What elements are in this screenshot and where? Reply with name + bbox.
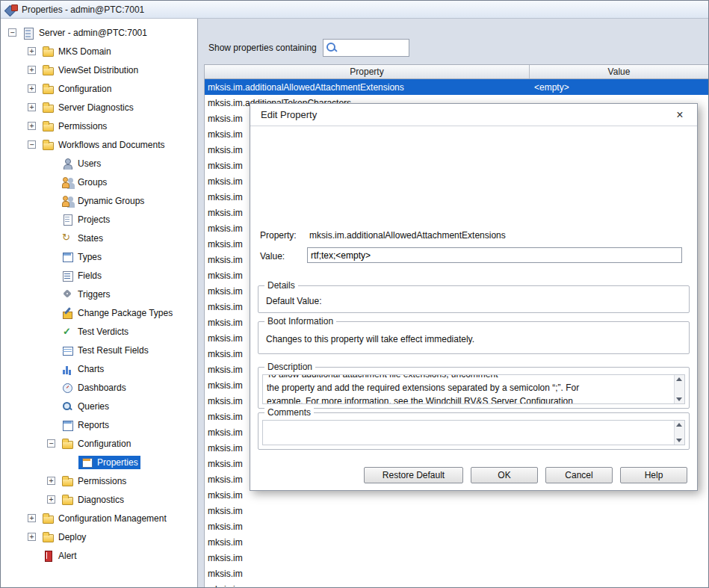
default-value-label: Default Value: xyxy=(266,296,322,306)
expander-plus-icon[interactable]: + xyxy=(28,533,36,541)
expander-plus-icon[interactable]: + xyxy=(28,103,36,111)
cancel-button[interactable]: Cancel xyxy=(545,467,613,483)
expander-plus-icon[interactable]: + xyxy=(47,495,55,504)
filter-label: Show properties containing xyxy=(208,43,317,53)
expander-plus-icon[interactable]: + xyxy=(28,47,36,55)
table-row[interactable]: mksis.im xyxy=(205,550,708,566)
property-cell: mksis.im.additionalAllowedAttachmentExte… xyxy=(205,82,530,93)
tree-item-configuration-management[interactable]: +Configuration Management xyxy=(1,509,197,527)
table-header: Property Value xyxy=(205,64,708,79)
tree-item-triggers[interactable]: Triggers xyxy=(1,285,197,303)
tree-item-dashboards[interactable]: Dashboards xyxy=(1,378,197,397)
scroll-down-icon[interactable] xyxy=(676,439,682,442)
expander-plus-icon[interactable]: + xyxy=(47,477,55,485)
tree-item-label: Types xyxy=(78,252,102,262)
expander-plus-icon[interactable]: + xyxy=(28,66,36,74)
tree-item-properties[interactable]: Properties xyxy=(1,453,197,471)
restore-default-button[interactable]: Restore Default xyxy=(364,467,463,483)
scroll-up-icon[interactable] xyxy=(676,377,682,381)
column-header-value[interactable]: Value xyxy=(530,65,708,78)
tree-item-alert[interactable]: Alert xyxy=(1,546,197,565)
tree-item-mks-domain[interactable]: +MKS Domain xyxy=(1,42,197,61)
tree-item-permissions[interactable]: +Permissions xyxy=(1,117,197,135)
tree-item-charts[interactable]: Charts xyxy=(1,359,197,378)
tree-node: Test Verdicts xyxy=(59,325,131,338)
description-line: To allow additional attachment file exte… xyxy=(267,374,671,381)
tree-item-users[interactable]: Users xyxy=(1,154,197,173)
comments-scrollbar[interactable] xyxy=(674,421,684,445)
tree-item-server-diagnostics[interactable]: +Server Diagnostics xyxy=(1,98,197,117)
property-cell: mksis.im xyxy=(205,569,530,579)
table-row[interactable]: mksis.im xyxy=(205,519,708,534)
tree-item-configuration[interactable]: +Configuration xyxy=(1,79,197,98)
table-row[interactable]: mksis.im xyxy=(205,534,708,550)
tree-item-fields[interactable]: Fields xyxy=(1,266,197,285)
details-legend: Details xyxy=(264,280,298,291)
column-header-property[interactable]: Property xyxy=(205,65,530,78)
tree-item-queries[interactable]: Queries xyxy=(1,397,197,415)
tree-item-change-package-types[interactable]: Change Package Types xyxy=(1,303,197,322)
description-scrollbar[interactable] xyxy=(674,375,684,403)
tree-item-states[interactable]: States xyxy=(1,229,197,247)
tree-item-label: Change Package Types xyxy=(78,308,173,318)
tree-item-permissions[interactable]: +Permissions xyxy=(1,471,197,490)
folder-icon xyxy=(42,64,55,76)
tree-item-types[interactable]: Types xyxy=(1,247,197,266)
tree-item-label: MKS Domain xyxy=(58,46,111,57)
window-title: Properties - admin@PTC:7001 xyxy=(22,4,144,15)
expander-plus-icon[interactable]: + xyxy=(28,122,36,130)
description-textarea[interactable]: To allow additional attachment file exte… xyxy=(262,374,685,404)
tree-item-label: Deploy xyxy=(58,532,86,542)
tree-node: Diagnostics xyxy=(59,493,126,507)
scroll-up-icon[interactable] xyxy=(676,423,682,427)
tree-item-label: Groups xyxy=(78,177,107,188)
comments-textarea[interactable] xyxy=(262,420,685,445)
ok-button[interactable]: OK xyxy=(471,467,538,483)
folder-icon xyxy=(42,83,55,95)
table-row[interactable]: mksis.im xyxy=(205,503,708,519)
tree-item-groups[interactable]: Groups xyxy=(1,173,197,191)
tree-node: Properties xyxy=(78,456,140,469)
tree-item-deploy[interactable]: +Deploy xyxy=(1,527,197,546)
tree-item-test-verdicts[interactable]: Test Verdicts xyxy=(1,322,197,341)
property-cell: mksis.im xyxy=(205,584,530,588)
tree-item-configuration[interactable]: −Configuration xyxy=(1,434,197,453)
table-row[interactable]: mksis.im.additionalAllowedAttachmentExte… xyxy=(205,79,708,95)
expander-plus-icon[interactable]: + xyxy=(28,514,36,522)
tree-item-reports[interactable]: Reports xyxy=(1,415,197,434)
tree-item-viewset-distribution[interactable]: +ViewSet Distribution xyxy=(1,61,197,79)
help-button[interactable]: Help xyxy=(620,467,687,483)
tree-item-workflows-and-documents[interactable]: −Workflows and Documents xyxy=(1,135,197,154)
tree-item-server-admin-ptc-7001[interactable]: −Server - admin@PTC:7001 xyxy=(1,23,197,42)
search-field[interactable] xyxy=(323,39,409,57)
expander-spacer xyxy=(47,402,55,410)
expander-minus-icon[interactable]: − xyxy=(47,439,55,448)
tree-node: Workflows and Documents xyxy=(40,138,167,152)
tree-item-dynamic-groups[interactable]: Dynamic Groups xyxy=(1,191,197,210)
description-line: example. For more information, see the W… xyxy=(267,394,671,404)
tree-item-projects[interactable]: Projects xyxy=(1,210,197,229)
gauge-icon xyxy=(61,382,74,394)
table-row[interactable]: mksis.im xyxy=(205,566,708,581)
comments-legend: Comments xyxy=(264,407,314,418)
expander-minus-icon[interactable]: − xyxy=(8,28,16,37)
tree-item-diagnostics[interactable]: +Diagnostics xyxy=(1,490,197,509)
boot-information-group: Boot Information Changes to this propert… xyxy=(258,321,690,354)
search-icon[interactable] xyxy=(325,41,338,55)
tree-node: Change Package Types xyxy=(59,306,175,320)
title-bar[interactable]: Properties - admin@PTC:7001 xyxy=(1,1,708,19)
expander-spacer xyxy=(47,178,55,186)
value-input[interactable] xyxy=(307,247,682,263)
table-row[interactable]: mksis.im xyxy=(205,581,708,587)
close-icon[interactable] xyxy=(673,109,687,121)
tree-item-test-result-fields[interactable]: Test Result Fields xyxy=(1,341,197,359)
scroll-down-icon[interactable] xyxy=(676,397,682,401)
expander-spacer xyxy=(47,196,55,205)
tree-item-label: Configuration xyxy=(78,439,131,449)
tree-item-label: Charts xyxy=(78,364,104,374)
expander-plus-icon[interactable]: + xyxy=(28,84,36,93)
search-input[interactable] xyxy=(338,40,409,55)
tree-item-label: Configuration xyxy=(58,84,111,94)
expander-minus-icon[interactable]: − xyxy=(28,140,36,149)
dialog-title-bar[interactable]: Edit Property xyxy=(250,104,697,126)
